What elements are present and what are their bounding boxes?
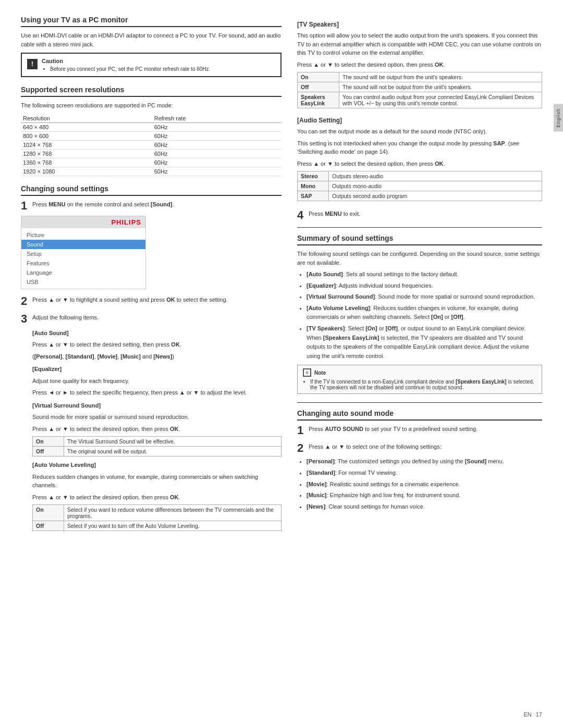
philips-logo: PHILIPS bbox=[111, 218, 141, 226]
auto-step2-block: 2 Press ▲ or ▼ to select one of the foll… bbox=[297, 442, 542, 511]
auto-step1-block: 1 Press AUTO SOUND to set your TV to a p… bbox=[297, 425, 542, 436]
key-cell: On bbox=[298, 72, 339, 82]
key-cell: Stereo bbox=[298, 171, 329, 181]
table-row: MonoOutputs mono-audio bbox=[298, 181, 542, 191]
val-cell: Select if you want to reduce volume diff… bbox=[64, 505, 282, 521]
footer-label: EN bbox=[523, 711, 531, 718]
auto-volume-table: OnSelect if you want to reduce volume di… bbox=[32, 504, 282, 531]
rate-cell: 60Hz bbox=[152, 158, 282, 167]
val-cell: Outputs stereo-audio bbox=[329, 171, 542, 181]
key-cell: Mono bbox=[298, 181, 329, 191]
rate-cell: 60Hz bbox=[152, 167, 282, 176]
screen-res-heading: Supported screen resolutions bbox=[21, 85, 282, 97]
section-audio-setting: [Audio Setting] You can set the output m… bbox=[297, 117, 542, 201]
res-cell: 640 × 480 bbox=[21, 122, 152, 131]
sound-settings-heading: Changing sound settings bbox=[21, 184, 282, 196]
pc-monitor-heading: Using your TV as a PC monitor bbox=[21, 16, 282, 27]
footer-page: 17 bbox=[536, 711, 542, 718]
val-cell: The sound will not be output from the un… bbox=[339, 82, 542, 92]
rate-cell: 60Hz bbox=[152, 131, 282, 140]
key-cell: Off bbox=[33, 521, 64, 531]
menu-header: PHILIPS bbox=[21, 216, 145, 228]
table-row: SAPOutputs second audio program bbox=[298, 191, 542, 201]
equalizer-title: [Equalizer] bbox=[32, 366, 62, 372]
menu-item: Picture bbox=[21, 230, 145, 240]
table-row: OffThe original sound will be output. bbox=[33, 447, 282, 456]
rate-cell: 60Hz bbox=[152, 149, 282, 158]
menu-items: PictureSoundSetupFeaturesLanguageUSB bbox=[21, 228, 145, 289]
audio-setting-heading: [Audio Setting] bbox=[297, 117, 542, 124]
auto-sound-title: [Auto Sound] bbox=[32, 330, 69, 336]
auto-sound-mode-heading: Changing auto sound mode bbox=[297, 409, 542, 421]
section-summary: Summary of sound settings The following … bbox=[297, 234, 542, 394]
key-cell: On bbox=[33, 437, 64, 447]
table-row: OnSelect if you want to reduce volume di… bbox=[33, 505, 282, 521]
screen-res-intro: The following screen resolutions are sup… bbox=[21, 101, 282, 110]
tv-speakers-heading: [TV Speakers] bbox=[297, 21, 542, 28]
list-item: [Virtual Surround Sound]: Sound mode for… bbox=[307, 292, 542, 302]
caution-box: ! Caution Before you connect your PC, se… bbox=[21, 53, 282, 77]
step2-block: 2 Press ▲ or ▼ to highlight a sound sett… bbox=[21, 295, 282, 307]
caution-title: Caution bbox=[42, 58, 210, 64]
auto-step2-num: 2 bbox=[297, 442, 305, 454]
key-cell: Speakers EasyLink bbox=[298, 92, 339, 108]
menu-item: Features bbox=[21, 258, 145, 268]
auto-sound-options: ([Personal], [Standard], [Movie], [Music… bbox=[32, 352, 282, 361]
rate-cell: 60Hz bbox=[152, 122, 282, 131]
val-cell: The sound will be output from the unit's… bbox=[339, 72, 542, 82]
section-tv-speakers: [TV Speakers] This option will allow you… bbox=[297, 21, 542, 108]
menu-item: Setup bbox=[21, 249, 145, 258]
res-cell: 1280 × 768 bbox=[21, 149, 152, 158]
auto-volume-desc1: Reduces sudden changes in volume, for ex… bbox=[32, 473, 282, 490]
auto-sound-text: Press ▲ or ▼ to select the desired setti… bbox=[32, 340, 282, 349]
key-cell: On bbox=[33, 505, 64, 521]
note-item: If the TV is connected to a non-EasyLink… bbox=[310, 379, 536, 390]
auto-step2-text: Press ▲ or ▼ to select one of the follow… bbox=[309, 442, 542, 451]
auto-step1-num: 1 bbox=[297, 425, 305, 436]
list-item: [Personal]: The customized settings you … bbox=[307, 457, 542, 466]
virtual-surround-press: Press ▲ or ▼ to select the desired optio… bbox=[32, 425, 282, 434]
pc-monitor-intro: Use an HDMI-DVI cable or an HDMI-DVI ada… bbox=[21, 31, 282, 48]
rate-col-header: Refresh rate bbox=[152, 114, 282, 123]
summary-intro: The following sound settings can be conf… bbox=[297, 250, 542, 267]
step3-block: 3 Adjust the following items. [Auto Soun… bbox=[21, 313, 282, 532]
note-list: If the TV is connected to a non-EasyLink… bbox=[303, 379, 536, 390]
tv-speakers-table: OnThe sound will be output from the unit… bbox=[297, 72, 542, 108]
audio-setting-desc2: This setting is not interlocked when you… bbox=[297, 139, 542, 156]
caution-list: Before you connect your PC, set the PC m… bbox=[42, 66, 210, 72]
resolution-row: 640 × 48060Hz bbox=[21, 122, 282, 131]
val-cell: You can control audio output from your c… bbox=[339, 92, 542, 108]
list-item: [Auto Volume Leveling]: Reduces sudden c… bbox=[307, 304, 542, 322]
list-item: [Auto Sound]: Sets all sound settings to… bbox=[307, 270, 542, 279]
res-cell: 800 × 600 bbox=[21, 131, 152, 140]
virtual-surround-title: [Virtual Surround Sound] bbox=[32, 402, 101, 409]
step2-num: 2 bbox=[21, 295, 29, 307]
section-auto-sound-mode: Changing auto sound mode 1 Press AUTO SO… bbox=[297, 409, 542, 511]
virtual-surround-table: OnThe Virtual Surround Sound will be eff… bbox=[32, 436, 282, 456]
key-cell: SAP bbox=[298, 191, 329, 201]
virtual-surround-desc: Sound mode for more spatial or surround … bbox=[32, 413, 282, 422]
step1-num: 1 bbox=[21, 200, 29, 212]
res-cell: 1024 × 768 bbox=[21, 140, 152, 149]
step3-text: Adjust the following items. bbox=[32, 313, 282, 322]
resolution-row: 1360 × 76860Hz bbox=[21, 158, 282, 167]
step1-block: 1 Press MENU on the remote control and s… bbox=[21, 200, 282, 289]
resolution-table: Resolution Refresh rate 640 × 48060Hz800… bbox=[21, 114, 282, 176]
section-pc-monitor: Using your TV as a PC monitor Use an HDM… bbox=[21, 16, 282, 77]
summary-heading: Summary of sound settings bbox=[297, 234, 542, 245]
tv-speakers-desc: This option will allow you to select the… bbox=[297, 31, 542, 57]
auto-volume-title: [Auto Volume Leveling] bbox=[32, 462, 96, 468]
auto-volume-section: [Auto Volume Leveling] Reduces sudden ch… bbox=[32, 461, 282, 531]
res-col-header: Resolution bbox=[21, 114, 152, 123]
list-item: [Standard]: For normal TV viewing. bbox=[307, 468, 542, 478]
equalizer-section: [Equalizer] Adjust tone quality for each… bbox=[32, 365, 282, 397]
step4-num: 4 bbox=[297, 209, 305, 221]
footer: EN 17 bbox=[523, 711, 542, 718]
table-row: StereoOutputs stereo-audio bbox=[298, 171, 542, 181]
menu-item: Language bbox=[21, 268, 145, 277]
list-item: [TV Speakers]: Select [On] or [Off], or … bbox=[307, 324, 542, 361]
virtual-surround-section: [Virtual Surround Sound] Sound mode for … bbox=[32, 401, 282, 457]
side-tab: English bbox=[554, 104, 563, 132]
resolution-row: 1280 × 76860Hz bbox=[21, 149, 282, 158]
step4-block: 4 Press MENU to exit. bbox=[297, 209, 542, 221]
